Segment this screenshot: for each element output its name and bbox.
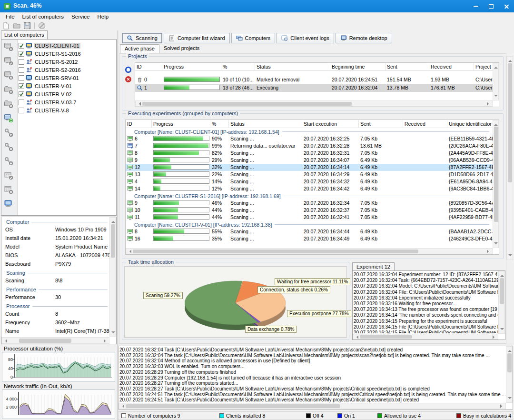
computer-list-item[interactable]: CLUSTER-V-01 [19, 82, 115, 90]
column-header[interactable]: Start execution [302, 120, 359, 128]
checkbox-unchecked[interactable] [19, 59, 24, 65]
project-row[interactable]: 010 of 10 (10...Marked for removal20.07.… [135, 76, 499, 84]
tab-computer-list-wizard[interactable]: Computer list wizard [164, 33, 230, 43]
stop-button[interactable] [37, 21, 47, 30]
column-header[interactable]: Sent [359, 120, 403, 128]
column-header[interactable]: Status [255, 63, 330, 70]
scroll-right-icon[interactable] [500, 404, 504, 408]
column-header[interactable]: Unique identificator [447, 120, 499, 128]
info-horizontal-scrollbar[interactable] [1, 337, 109, 344]
computer-list-item[interactable]: CLUSTER-V-8 [19, 106, 115, 114]
tab-list-of-computers[interactable]: List of computers [1, 30, 48, 39]
scroll-down-icon[interactable] [494, 95, 498, 99]
computer-refresh-button[interactable] [4, 113, 15, 125]
scroll-up-icon[interactable] [494, 65, 498, 69]
project-stop-button[interactable] [125, 76, 132, 83]
experiment-row[interactable]: 1144%Scaning ...20.07.2020 16:32:417.05 … [126, 214, 499, 221]
scroll-right-icon[interactable] [493, 335, 496, 339]
subtab-solved-projects[interactable]: Solved projects [159, 44, 204, 53]
scroll-thumb[interactable] [494, 127, 498, 222]
scroll-up-icon[interactable] [508, 58, 512, 62]
checkbox-unchecked[interactable] [19, 100, 24, 105]
column-header[interactable]: % [210, 120, 229, 128]
experiment-row[interactable]: 946%Scaning ...20.07.2020 16:32:347.05 K… [126, 200, 499, 207]
menu-service[interactable]: Service [68, 14, 93, 20]
tool-down-button[interactable] [4, 156, 15, 168]
experiment-row[interactable]: 414%Scaning ...20.07.2020 16:34:326.49 K… [126, 178, 499, 185]
scroll-thumb[interactable] [126, 404, 340, 408]
computer-list-item[interactable]: CLUST-CLIENT-01 [19, 41, 115, 50]
scroll-right-icon[interactable] [104, 339, 108, 343]
scroll-down-icon[interactable] [494, 242, 498, 246]
experiments-horizontal-scrollbar[interactable] [126, 248, 493, 254]
experiment-row[interactable]: 1635%Scaning ...20.07.2020 16:34:496.49 … [126, 235, 499, 242]
scroll-right-icon[interactable] [487, 102, 491, 106]
experiment-log-vertical-scrollbar[interactable] [498, 271, 505, 334]
scroll-left-icon[interactable] [120, 404, 124, 408]
experiment-row[interactable]: 1232%Scaning ...20.07.2020 16:34:146.49 … [126, 164, 499, 171]
save-project-button[interactable] [22, 21, 32, 30]
scroll-down-icon[interactable] [508, 397, 512, 401]
menu-list-of-computers[interactable]: List of computers [19, 14, 68, 20]
checkbox-unchecked[interactable] [19, 67, 24, 73]
experiment-row[interactable]: 929%Scaning ...20.07.2020 16:34:076.49 K… [126, 157, 499, 164]
computer-list-item[interactable]: CLUSTER-S2-2016 [19, 66, 115, 74]
event-log-panel[interactable]: 20.07.2020 16:32:04 Task [C:\Users\Publi… [118, 346, 513, 410]
info-vertical-scrollbar[interactable] [109, 217, 116, 337]
experiments-table[interactable]: IDProgress%StatusStart executionSentRece… [125, 120, 499, 255]
experiments-vertical-scrollbar[interactable] [493, 120, 499, 248]
computer-list-item[interactable]: CLUSTER-S1-2016 [19, 50, 115, 58]
project-row[interactable]: 113 of 28 (46...Executing20.07.2020 16:3… [135, 84, 499, 92]
checkbox-checked[interactable] [19, 83, 24, 89]
scroll-down-icon[interactable] [111, 331, 115, 335]
menu-file[interactable]: File [2, 14, 19, 20]
experiment-row[interactable]: 1322%Scaning ...20.07.2020 16:34:296.49 … [126, 171, 499, 178]
scroll-thumb[interactable] [142, 102, 352, 106]
scroll-up-icon[interactable] [111, 219, 115, 223]
maximize-button[interactable] [484, 0, 499, 12]
subtab-active-phase[interactable]: Active phase [120, 44, 159, 53]
calendar-cross-button[interactable] [4, 185, 15, 196]
scroll-up-icon[interactable] [494, 122, 498, 126]
checkbox-checked[interactable] [19, 43, 24, 49]
folder-cross-button[interactable] [4, 99, 15, 110]
computer-list[interactable]: CLUST-CLIENT-01CLUSTER-S1-2016CLUSTER-S-… [18, 40, 116, 215]
project-start-button[interactable] [125, 66, 132, 73]
experiment-row[interactable]: 882%Scaning ...20.07.2020 16:32:317.05 K… [126, 150, 499, 157]
computer-list-item[interactable]: CLUSTER-SRV-01 [19, 74, 115, 82]
column-header[interactable]: ID [135, 63, 162, 70]
experiment-log-horizontal-scrollbar[interactable] [353, 334, 498, 340]
scroll-left-icon[interactable] [3, 339, 7, 343]
new-document-button[interactable] [1, 21, 11, 30]
tool-cross-button[interactable] [4, 142, 15, 153]
scroll-up-icon[interactable] [500, 273, 504, 277]
folder-plus-button[interactable] [4, 85, 15, 96]
experiment-row[interactable]: 690%Scaning ...20.07.2020 16:32:257.05 K… [126, 135, 499, 142]
tab-scanning[interactable]: Scanning [122, 33, 162, 43]
tab-experiment-12[interactable]: Experiment 12 [352, 262, 395, 270]
scroll-thumb[interactable] [360, 335, 412, 339]
scroll-thumb[interactable] [111, 224, 115, 258]
event-log-horizontal-scrollbar[interactable] [119, 403, 506, 409]
scroll-right-icon[interactable] [487, 250, 491, 253]
tool-play-button[interactable] [4, 128, 15, 139]
tab-client-event-logs[interactable]: Client event logs [277, 33, 334, 43]
column-header[interactable]: Received [403, 120, 447, 128]
column-header[interactable]: Status [229, 120, 302, 128]
experiment-row[interactable]: 1412%Scaning ...20.07.2020 16:34:426.49 … [126, 185, 499, 192]
monitor-remote-button[interactable] [4, 199, 15, 210]
column-header[interactable]: ID [126, 120, 152, 128]
computer-list-item[interactable]: CLUSTER-V-03-7 [19, 98, 115, 106]
projects-horizontal-scrollbar[interactable] [135, 100, 493, 107]
experiment-log-panel[interactable]: 20.07.2020 16:32:04 Experiment number: 1… [352, 270, 505, 340]
event-log-vertical-scrollbar[interactable] [506, 346, 513, 403]
scroll-thumb[interactable] [508, 63, 512, 182]
calendar-check-button[interactable] [4, 170, 15, 182]
scroll-left-icon[interactable] [355, 335, 358, 339]
tab-computers[interactable]: Computers [231, 33, 276, 43]
scroll-left-icon[interactable] [137, 102, 141, 106]
experiment-row[interactable]: 855%Scaning ...20.07.2020 16:34:446.49 K… [126, 228, 499, 235]
minimize-button[interactable] [468, 0, 484, 12]
checkbox-checked[interactable] [19, 51, 24, 57]
scroll-thumb[interactable] [507, 353, 512, 372]
